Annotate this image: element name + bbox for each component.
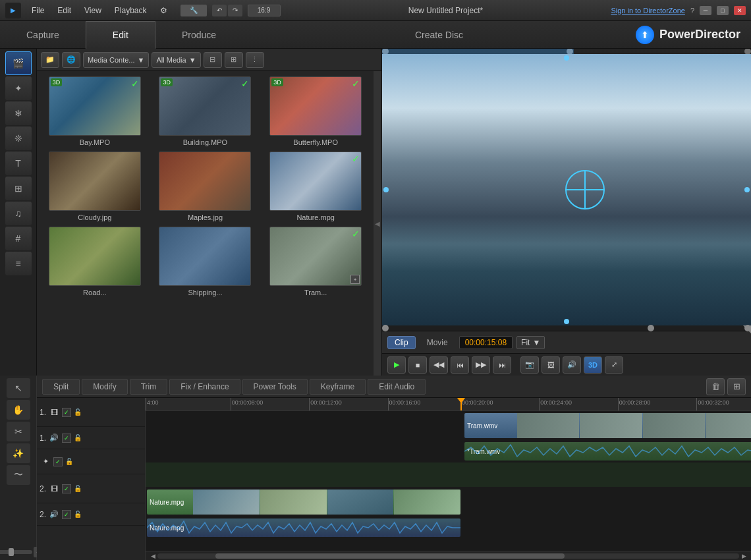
menu-settings-icon[interactable]: ⚙ <box>155 5 173 16</box>
clip-nature-video[interactable]: Nature.mpg <box>147 490 460 515</box>
sidebar-media-btn[interactable]: 🎬 <box>5 51 32 75</box>
clip-tram-video[interactable]: Tram.wmv <box>464 413 751 438</box>
menu-view[interactable]: View <box>79 5 107 16</box>
redo-button[interactable]: ↷ <box>228 5 242 16</box>
track-check-1v[interactable]: ✓ <box>62 408 71 417</box>
track-lock-2a[interactable]: 🔓 <box>73 510 82 519</box>
sidebar-chapter-btn[interactable]: # <box>5 227 32 250</box>
storyboard-view-button[interactable]: ⊟ <box>204 52 222 68</box>
timeline-razor-btn[interactable]: ✂ <box>7 422 30 441</box>
prev-clip-button[interactable]: ⏮ <box>451 356 469 374</box>
timeline-tab-modify[interactable]: Modify <box>82 379 127 395</box>
track-check-2v[interactable]: ✓ <box>62 484 71 493</box>
project-title: New Untitled Project* <box>286 6 606 15</box>
stop-button[interactable]: ■ <box>408 356 427 374</box>
scrollbar-thumb[interactable] <box>215 553 565 559</box>
3d-button[interactable]: 3D <box>584 356 602 374</box>
nature-thumbnails <box>193 490 460 515</box>
track-check-1a[interactable]: ✓ <box>62 434 71 443</box>
track-check-fx[interactable]: ✓ <box>53 457 63 466</box>
clip-nature-audio[interactable]: Nature.mpg <box>147 518 460 537</box>
sidebar-pip-btn[interactable]: ⊞ <box>5 177 32 200</box>
thumb-strip-4 <box>706 413 751 438</box>
media-filter-dropdown[interactable]: All Media ▼ <box>152 52 200 68</box>
track-icon-2v: 🎞 <box>48 483 60 495</box>
clip-nature-label: Nature.mpg <box>150 499 184 506</box>
fullscreen-button[interactable]: ⤢ <box>605 356 623 374</box>
media-content-dropdown[interactable]: Media Conte... ▼ <box>83 52 149 68</box>
maximize-button[interactable]: □ <box>717 6 729 15</box>
overlay-button[interactable]: 🖼 <box>542 356 560 374</box>
zoom-slider[interactable] <box>0 550 32 554</box>
sidebar-text-btn[interactable]: T <box>5 152 32 175</box>
play-button[interactable]: ▶ <box>387 356 406 374</box>
media-item-bay[interactable]: 3D ✓ Bay.MPO <box>42 76 148 146</box>
timeline-tab-trim[interactable]: Trim <box>130 379 168 395</box>
minimize-button[interactable]: ─ <box>700 6 711 15</box>
sidebar-effects-btn[interactable]: ✦ <box>5 76 32 100</box>
menu-playback[interactable]: Playback <box>109 5 152 16</box>
timeline-snap-btn[interactable]: ⊞ <box>727 378 746 395</box>
track-check-2a[interactable]: ✓ <box>62 510 71 519</box>
track-lock-1v[interactable]: 🔓 <box>73 408 82 417</box>
media-item-shipping[interactable]: Shipping... <box>153 227 258 296</box>
media-item-tram[interactable]: ✓ + Tram... <box>263 227 368 296</box>
media-item-cloudy[interactable]: Cloudy.jpg <box>42 152 148 221</box>
help-button[interactable]: ? <box>690 7 694 14</box>
timeline-tab-split[interactable]: Split <box>42 379 80 395</box>
timeline-tab-fix[interactable]: Fix / Enhance <box>169 379 240 395</box>
timeline-snake-btn[interactable]: 〜 <box>7 465 30 485</box>
scroll-left-arrow[interactable]: ◀ <box>148 551 157 561</box>
tab-edit[interactable]: Edit <box>86 21 155 49</box>
undo-button[interactable]: ↶ <box>212 5 227 16</box>
snapshot-button[interactable]: 📷 <box>520 356 539 374</box>
movie-mode-btn[interactable]: Movie <box>420 336 455 349</box>
import-web-button[interactable]: 🌐 <box>62 52 80 68</box>
next-frame-button[interactable]: ▶▶ <box>472 356 490 374</box>
media-item-butterfly[interactable]: 3D ✓ Butterfly.MPO <box>263 76 368 146</box>
clip-tram-audio[interactable]: *Tram.wmv <box>464 442 751 461</box>
media-item-nature[interactable]: ✓ Nature.mpg <box>263 152 368 221</box>
panel-collapse-handle[interactable]: ◀ <box>374 71 381 376</box>
close-button[interactable]: ✕ <box>734 6 746 15</box>
sidebar-particle-btn[interactable]: ❊ <box>5 126 32 150</box>
tab-produce[interactable]: Produce <box>155 21 242 49</box>
media-item-building[interactable]: 3D ✓ Building.MPO <box>153 76 258 146</box>
menu-edit[interactable]: Edit <box>52 5 76 16</box>
timeline-hand-btn[interactable]: ✋ <box>7 400 30 420</box>
timeline-scrollbar[interactable]: ◀ ▶ <box>146 551 751 560</box>
media-more-button[interactable]: ⋮ <box>246 52 264 68</box>
timeline-left-sidebar: ↖ ✋ ✂ ✨ 〜 − + ◀ <box>0 376 37 560</box>
grid-view-button[interactable]: ⊞ <box>225 52 243 68</box>
scroll-right-arrow[interactable]: ▶ <box>739 551 748 561</box>
preview-seekbar-top[interactable] <box>382 49 751 54</box>
timeline-tab-editaudio[interactable]: Edit Audio <box>368 379 426 395</box>
pd-logo-icon: ⬆ <box>636 26 654 44</box>
sign-in-link[interactable]: Sign in to DirectorZone <box>611 7 685 14</box>
zoom-fit-dropdown[interactable]: Fit ▼ <box>516 336 545 349</box>
next-clip-button[interactable]: ⏭ <box>493 356 511 374</box>
timeline-tab-powertools[interactable]: Power Tools <box>242 379 308 395</box>
track-lock-1a[interactable]: 🔓 <box>73 434 82 443</box>
timeline-cursor-btn[interactable]: ↖ <box>7 378 30 398</box>
sidebar-audio-btn[interactable]: ♫ <box>5 202 32 225</box>
track-lock-2v[interactable]: 🔓 <box>73 484 82 493</box>
volume-button[interactable]: 🔊 <box>563 356 581 374</box>
media-item-road[interactable]: Road... <box>42 227 148 296</box>
sidebar-transitions-btn[interactable]: ❄ <box>5 101 32 125</box>
timeline-ruler[interactable]: 4:00 00:00:08:00 00:00:12:00 00:00:16:00… <box>146 398 751 411</box>
track-lock-fx[interactable]: 🔓 <box>65 457 74 466</box>
media-item-maples[interactable]: Maples.jpg <box>153 152 258 221</box>
timeline-delete-btn[interactable]: 🗑 <box>706 378 725 395</box>
menu-file[interactable]: File <box>26 5 49 16</box>
sidebar-subtitle-btn[interactable]: ≡ <box>5 252 32 275</box>
prev-frame-button[interactable]: ◀◀ <box>430 356 448 374</box>
import-folder-button[interactable]: 📁 <box>41 52 59 68</box>
clip-mode-btn[interactable]: Clip <box>387 336 416 349</box>
timeline-tab-keyframe[interactable]: Keyframe <box>310 379 366 395</box>
scrollbar-track[interactable] <box>157 553 739 559</box>
tab-capture[interactable]: Capture <box>0 21 86 49</box>
nav-create-disc[interactable]: Create Disc <box>242 30 636 40</box>
timeline-magic-btn[interactable]: ✨ <box>7 443 30 463</box>
preview-seekbar-bottom[interactable] <box>382 325 751 331</box>
